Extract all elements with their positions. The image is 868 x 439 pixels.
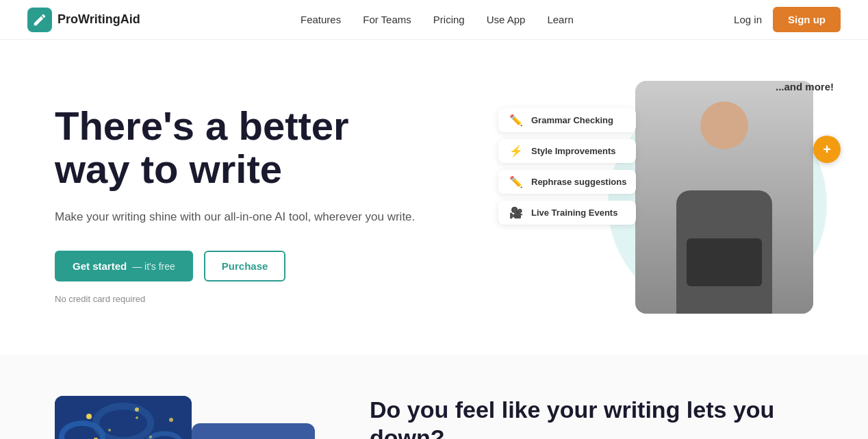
- signup-button[interactable]: Sign up: [773, 7, 841, 32]
- logo-icon: [27, 8, 52, 32]
- svg-point-8: [149, 436, 152, 438]
- svg-rect-0: [55, 396, 192, 439]
- hero-title: There's a better way to write: [55, 104, 424, 192]
- svg-point-6: [169, 418, 173, 422]
- person-laptop: [687, 238, 762, 286]
- starry-night-image: [55, 396, 192, 439]
- hero-left: There's a better way to write Make your …: [55, 104, 424, 305]
- pill-rephrase: ✏️ Rephrase suggestions: [498, 170, 636, 194]
- svg-point-4: [86, 414, 92, 419]
- second-section: My idea in my head Do you feel like your…: [0, 355, 868, 439]
- login-link[interactable]: Log in: [734, 14, 762, 25]
- nav-for-teams[interactable]: For Teams: [363, 14, 411, 25]
- style-icon: ⚡: [508, 145, 524, 158]
- blue-card-image: [192, 423, 315, 439]
- hero-person-illustration: [635, 81, 813, 314]
- rephrase-icon: ✏️: [508, 175, 524, 188]
- badge-plus: +: [813, 136, 841, 163]
- logo-svg: [32, 12, 47, 27]
- feature-pills: ✏️ Grammar Checking ⚡ Style Improvements…: [498, 108, 636, 225]
- training-label: Live Training Events: [531, 208, 617, 218]
- second-images: My idea in my head: [55, 396, 315, 439]
- pill-grammar: ✏️ Grammar Checking: [498, 108, 636, 132]
- logo-text: ProWritingAid: [58, 12, 140, 27]
- person-body: [676, 190, 772, 314]
- person-bg: [635, 81, 813, 314]
- pill-training: 🎥 Live Training Events: [498, 201, 636, 225]
- hero-buttons: Get started — it's free Purchase: [55, 251, 424, 281]
- hero-right: ...and more! + ✏️ Grammar Checking ⚡ Sty…: [498, 81, 841, 327]
- rephrase-label: Rephrase suggestions: [531, 177, 626, 187]
- svg-point-7: [108, 429, 111, 431]
- second-text: Do you feel like your writing lets you d…: [370, 396, 813, 439]
- starry-svg: [55, 396, 192, 439]
- svg-point-2: [96, 406, 151, 439]
- get-started-label: Get started: [73, 260, 127, 272]
- purchase-button[interactable]: Purchase: [204, 251, 286, 281]
- training-icon: 🎥: [508, 206, 524, 219]
- second-title: Do you feel like your writing lets you d…: [370, 396, 813, 439]
- nav-use-app[interactable]: Use App: [487, 14, 526, 25]
- pill-style: ⚡ Style Improvements: [498, 139, 636, 163]
- svg-point-3: [147, 434, 181, 439]
- no-card-text: No credit card required: [55, 294, 424, 304]
- nav-features[interactable]: Features: [301, 14, 341, 25]
- hero-subtitle: Make your writing shine with our all-in-…: [55, 208, 424, 226]
- hero-section: There's a better way to write Make your …: [0, 40, 868, 355]
- nav-links: Features For Teams Pricing Use App Learn: [301, 14, 574, 26]
- svg-point-5: [135, 407, 139, 412]
- nav-learn[interactable]: Learn: [547, 14, 573, 25]
- nav-actions: Log in Sign up: [734, 7, 841, 32]
- logo-link[interactable]: ProWritingAid: [27, 8, 140, 32]
- navbar: ProWritingAid Features For Teams Pricing…: [0, 0, 868, 40]
- grammar-label: Grammar Checking: [531, 115, 613, 125]
- nav-pricing[interactable]: Pricing: [433, 14, 465, 25]
- style-label: Style Improvements: [531, 146, 616, 156]
- more-label: ...and more!: [776, 81, 834, 92]
- get-started-button[interactable]: Get started — it's free: [55, 251, 193, 281]
- free-label: — it's free: [132, 261, 175, 272]
- grammar-icon: ✏️: [508, 114, 524, 127]
- svg-point-1: [62, 423, 103, 439]
- person-head: [700, 101, 748, 149]
